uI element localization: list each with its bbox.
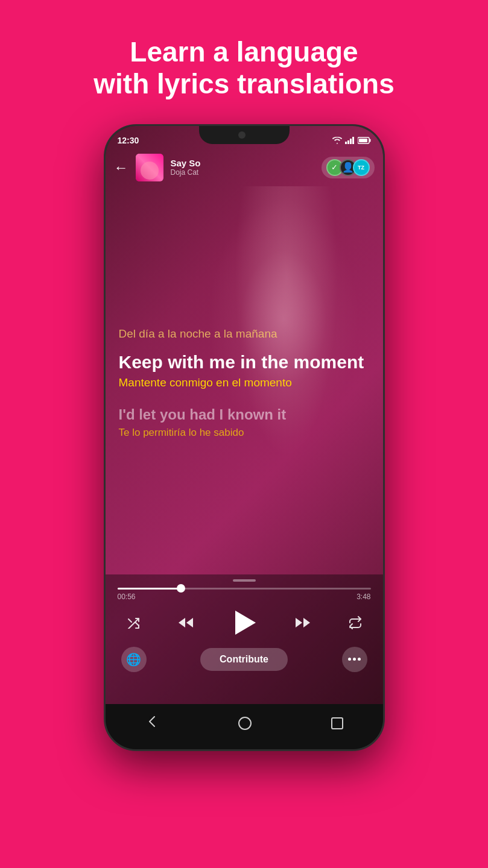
svg-marker-8 — [186, 618, 193, 627]
wifi-icon — [332, 137, 342, 144]
back-button[interactable]: ← — [114, 159, 128, 176]
action-bar: 🌐 Contribute — [118, 647, 371, 672]
headline-line1: Learn a language — [130, 36, 358, 68]
lyric-inactive-above: Del día a la noche a la mañana — [119, 327, 370, 341]
battery-icon — [358, 137, 371, 144]
rewind-button[interactable] — [177, 615, 195, 630]
nav-recents-button[interactable] — [331, 717, 343, 729]
play-button[interactable] — [227, 606, 261, 640]
fast-forward-button[interactable] — [294, 615, 312, 630]
svg-rect-3 — [352, 137, 354, 144]
signal-icon — [345, 137, 355, 144]
top-bar: ← Say So Doja Cat ✓ 👤 TZ — [106, 149, 383, 186]
notch — [199, 126, 290, 144]
drag-handle — [233, 579, 256, 582]
lyric-active: Keep with me in the moment Mantente conm… — [119, 351, 370, 406]
progress-container[interactable] — [118, 588, 371, 590]
lyric-next-translation: Te lo permitiría lo he sabido — [119, 427, 370, 439]
lyric-next: I'd let you had I known it Te lo permiti… — [119, 406, 370, 439]
shuffle-icon — [126, 617, 141, 629]
translate-icon: 🌐 — [126, 652, 141, 667]
fast-forward-icon — [294, 615, 312, 630]
contribute-button[interactable]: Contribute — [200, 648, 288, 671]
svg-rect-5 — [359, 139, 367, 142]
svg-rect-0 — [345, 142, 347, 144]
lyric-next-text: I'd let you had I known it — [119, 406, 370, 424]
current-time: 00:56 — [118, 593, 136, 601]
shuffle-button[interactable] — [122, 612, 144, 634]
more-icon — [348, 658, 361, 661]
status-time: 12:30 — [118, 136, 139, 145]
total-time: 3:48 — [356, 593, 370, 601]
repeat-button[interactable] — [344, 612, 366, 634]
translate-button[interactable]: 🌐 — [121, 647, 147, 672]
nav-back-icon — [145, 715, 159, 728]
song-title: Say So — [171, 158, 314, 168]
contribute-label: Contribute — [220, 654, 268, 664]
progress-track — [118, 588, 371, 590]
more-button[interactable] — [342, 647, 367, 672]
repeat-icon — [348, 616, 363, 629]
play-icon — [235, 611, 256, 635]
nav-home-icon — [238, 717, 252, 730]
progress-fill — [118, 588, 181, 590]
song-artist: Doja Cat — [171, 168, 314, 177]
svg-marker-10 — [303, 618, 310, 627]
headline-line2: with lyrics translations — [93, 68, 394, 99]
lyrics-area: Del día a la noche a la mañana Keep with… — [106, 192, 383, 574]
svg-rect-1 — [347, 140, 349, 144]
nav-recents-icon — [331, 717, 343, 729]
svg-marker-7 — [179, 618, 185, 627]
rewind-icon — [177, 615, 195, 630]
lyric-active-translation: Mantente conmigo en el momento — [119, 376, 370, 389]
status-icons — [332, 137, 371, 144]
headline: Learn a language with lyrics translation… — [63, 36, 424, 100]
progress-thumb — [177, 584, 185, 593]
collab-tz-badge: TZ — [353, 159, 370, 176]
svg-marker-9 — [296, 618, 302, 627]
nav-bar — [106, 704, 383, 749]
nav-home-button[interactable] — [238, 717, 252, 730]
nav-back-button[interactable] — [145, 715, 159, 732]
lyric-active-text: Keep with me in the moment — [119, 351, 370, 373]
controls-row — [118, 606, 371, 640]
song-info: Say So Doja Cat — [171, 158, 314, 177]
album-art — [136, 154, 163, 181]
svg-rect-2 — [350, 139, 352, 144]
phone-screen: 12:30 — [106, 126, 383, 704]
svg-rect-6 — [369, 139, 370, 142]
player-panel: 00:56 3:48 — [106, 574, 383, 704]
time-row: 00:56 3:48 — [118, 593, 371, 601]
collab-icons[interactable]: ✓ 👤 TZ — [322, 157, 375, 178]
phone-shell: 12:30 — [104, 124, 385, 751]
